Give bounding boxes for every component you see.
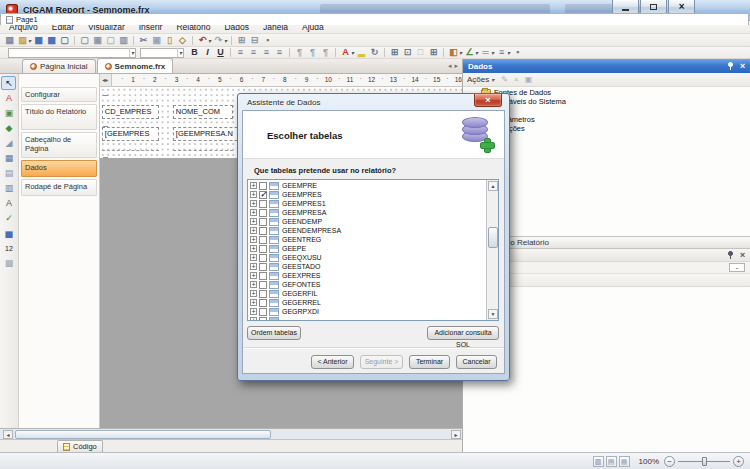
chevron-down-icon[interactable]: [507, 48, 510, 57]
table-list-row[interactable]: GEENDEMPRESA: [250, 226, 484, 235]
dialog-close-button[interactable]: ×: [474, 94, 502, 107]
rotate-text-icon[interactable]: ↻: [368, 47, 381, 58]
facing-pages-view-icon[interactable]: ▦: [619, 456, 630, 467]
border-outline-icon[interactable]: ⊡: [401, 47, 414, 58]
table-checkbox[interactable]: [259, 209, 267, 217]
table-list-row[interactable]: GEGERREL: [250, 298, 484, 307]
finish-button[interactable]: Terminar: [409, 355, 450, 369]
table-list[interactable]: GEEMPRE GEEMPRES: [247, 179, 499, 321]
table-checkbox[interactable]: [259, 272, 267, 280]
close-panel-icon[interactable]: ×: [740, 251, 745, 260]
page-layout-view-icon[interactable]: ▥: [593, 456, 604, 467]
align-left-icon[interactable]: ≡: [227, 47, 247, 58]
chevron-down-icon[interactable]: [475, 48, 478, 57]
chevron-down-icon[interactable]: [208, 36, 211, 45]
save-icon[interactable]: ▦: [32, 35, 45, 46]
text-color-icon[interactable]: A: [332, 47, 355, 58]
valign-top-icon[interactable]: ¶: [286, 47, 306, 58]
add-sql-query-button[interactable]: Adicionar consulta SQL: [427, 326, 499, 340]
cancel-button[interactable]: Cancelar: [456, 355, 497, 369]
chevron-down-icon[interactable]: [224, 36, 227, 45]
underline-button[interactable]: U: [214, 47, 227, 58]
table-list-row[interactable]: GEEMPRE: [250, 181, 484, 190]
band-item[interactable]: Dados: [21, 160, 97, 177]
table-list-row[interactable]: GEEMPRES: [250, 190, 484, 199]
page-delete-icon[interactable]: ▢: [104, 35, 117, 46]
subreport-object-icon[interactable]: ▤: [1, 166, 16, 180]
zoom-in-button[interactable]: +: [733, 456, 744, 467]
chevron-down-icon[interactable]: [129, 48, 135, 57]
delete-datasource-icon[interactable]: ×: [514, 75, 519, 84]
expand-icon[interactable]: [250, 227, 257, 234]
table-checkbox[interactable]: [259, 263, 267, 271]
table-list-row[interactable]: [250, 316, 484, 321]
tab-scroll-left-icon[interactable]: ◂: [448, 62, 452, 69]
format-painter-icon[interactable]: ◇: [176, 35, 189, 46]
chevron-down-icon[interactable]: [28, 36, 31, 45]
open-icon[interactable]: ▨: [16, 35, 32, 46]
fill-color-icon[interactable]: ◧: [440, 47, 463, 58]
preview-icon[interactable]: ▢: [58, 35, 71, 46]
scrollbar-thumb[interactable]: [488, 227, 498, 248]
line-width-icon[interactable]: ≡: [495, 47, 511, 58]
expand-icon[interactable]: [250, 299, 257, 306]
order-tables-button[interactable]: Ordem tabelas: [247, 326, 301, 340]
pin-icon[interactable]: [727, 251, 734, 260]
table-checkbox[interactable]: [259, 182, 267, 190]
scroll-right-icon[interactable]: ▸: [451, 430, 461, 439]
copy-icon[interactable]: ▣: [150, 35, 163, 46]
table-list-row[interactable]: GEEQXUSU: [250, 253, 484, 262]
table-checkbox[interactable]: [259, 191, 267, 199]
richtext-object-icon[interactable]: A: [1, 196, 16, 210]
line-color-icon[interactable]: ∠: [463, 47, 479, 58]
table-list-row[interactable]: GEFONTES: [250, 280, 484, 289]
close-panel-icon[interactable]: ×: [740, 62, 745, 71]
shape-object-icon[interactable]: ◆: [1, 121, 16, 135]
horizontal-scrollbar[interactable]: ◂ ▸: [0, 428, 462, 439]
data-panel-header[interactable]: Dados ×: [463, 59, 750, 73]
align-right-icon[interactable]: ≡: [260, 47, 273, 58]
expand-icon[interactable]: [250, 218, 257, 225]
page-copy-icon[interactable]: ▣: [91, 35, 104, 46]
table-object-icon[interactable]: ▦: [1, 151, 16, 165]
border-all-icon[interactable]: ⊞: [381, 47, 401, 58]
save-all-icon[interactable]: ▩: [45, 35, 58, 46]
expand-icon[interactable]: [250, 317, 257, 321]
font-size-select[interactable]: [140, 48, 184, 58]
document-tab[interactable]: Página Inicial: [22, 59, 96, 73]
back-button[interactable]: < Anterior: [311, 355, 354, 369]
ruler-origin-widget[interactable]: ◂▸: [100, 74, 112, 87]
report-field[interactable]: NOME_COM: [173, 105, 233, 119]
highlight-color-icon[interactable]: ▂: [355, 47, 368, 58]
scroll-down-icon[interactable]: ▼: [488, 309, 498, 319]
barcode-object-icon[interactable]: ▩: [1, 256, 16, 270]
border-none-icon[interactable]: □: [414, 47, 427, 58]
table-checkbox[interactable]: [259, 254, 267, 262]
expand-icon[interactable]: [250, 308, 257, 315]
table-checkbox[interactable]: [259, 290, 267, 298]
chevron-down-icon[interactable]: [351, 48, 354, 57]
pin-icon[interactable]: [727, 62, 734, 71]
zoom-out-button[interactable]: −: [664, 456, 675, 467]
table-checkbox[interactable]: [259, 200, 267, 208]
table-checkbox[interactable]: [259, 245, 267, 253]
table-checkbox[interactable]: [259, 317, 267, 322]
align-center-icon[interactable]: ≡: [247, 47, 260, 58]
scrollbar-thumb[interactable]: [15, 430, 271, 439]
grid-align-icon[interactable]: ⊞: [228, 35, 248, 46]
picture-object-icon[interactable]: ▣: [1, 106, 16, 120]
expand-icon[interactable]: [250, 191, 257, 198]
report-field[interactable]: CD_EMPRES: [102, 105, 159, 119]
expand-icon[interactable]: [250, 254, 257, 261]
page-tab[interactable]: Código: [57, 440, 103, 452]
list-scrollbar[interactable]: ▲ ▼: [486, 180, 498, 320]
expand-icon[interactable]: [250, 290, 257, 297]
expand-icon[interactable]: [250, 272, 257, 279]
table-list-row[interactable]: GEEPE: [250, 244, 484, 253]
view-data-icon[interactable]: ▣: [525, 75, 533, 84]
page-tab[interactable]: Page1: [0, 13, 749, 25]
actions-menu[interactable]: Ações: [467, 75, 489, 84]
expand-icon[interactable]: [250, 236, 257, 243]
scroll-up-icon[interactable]: ▲: [488, 181, 498, 191]
expand-icon[interactable]: [250, 263, 257, 270]
